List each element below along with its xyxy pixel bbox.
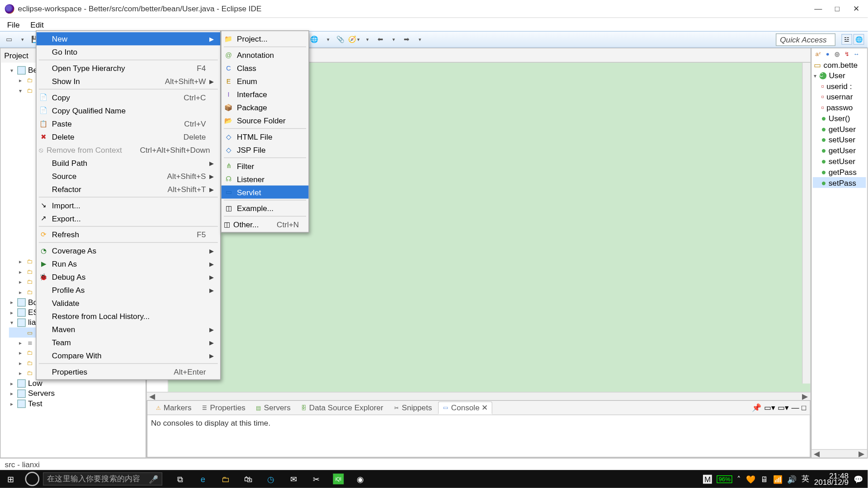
outline-member[interactable]: User() bbox=[829, 113, 850, 122]
back-dd[interactable] bbox=[388, 34, 399, 45]
clock-icon[interactable]: ◷ bbox=[265, 473, 277, 485]
outline-link-icon[interactable]: ↔ bbox=[852, 50, 860, 58]
tray-vol-icon[interactable]: 🔊 bbox=[787, 474, 797, 483]
maximize-button[interactable]: □ bbox=[833, 4, 841, 13]
tray-net-icon[interactable]: 🖥 bbox=[760, 474, 768, 483]
outline-member[interactable]: userid : bbox=[826, 81, 852, 90]
menu-item-annotation[interactable]: @Annotation bbox=[222, 48, 309, 61]
mic-icon[interactable]: 🎤 bbox=[149, 474, 158, 483]
menu-file[interactable]: File bbox=[2, 19, 24, 30]
tree-item[interactable]: Test bbox=[28, 399, 42, 408]
eclipse-taskbar-icon[interactable]: ◉ bbox=[354, 473, 366, 485]
menu-item-project-[interactable]: 📁Project... bbox=[222, 32, 309, 45]
menu-item-interface[interactable]: IInterface bbox=[222, 88, 309, 101]
cortana-icon[interactable] bbox=[25, 472, 39, 486]
menu-item-copy[interactable]: 📄CopyCtrl+C bbox=[37, 91, 221, 104]
menu-item-validate[interactable]: Validate bbox=[37, 296, 221, 310]
browser-dropdown-icon[interactable] bbox=[322, 34, 333, 45]
menu-item-remove-from-context[interactable]: ⦸Remove from ContextCtrl+Alt+Shift+Down bbox=[37, 143, 221, 156]
outline-scrollbar[interactable]: ◀▶ bbox=[811, 449, 867, 457]
menu-item-copy-qualified-name[interactable]: 📄Copy Qualified Name bbox=[37, 104, 221, 117]
ime-box[interactable]: M bbox=[703, 474, 712, 483]
ime-lang[interactable]: 英 bbox=[802, 474, 809, 484]
menu-edit[interactable]: Edit bbox=[26, 19, 49, 30]
outline-member[interactable]: setUser bbox=[829, 135, 855, 144]
outline-hide-icon[interactable]: ● bbox=[824, 50, 832, 58]
outline-member[interactable]: getPass bbox=[829, 167, 857, 176]
outline-member[interactable]: passwo bbox=[826, 103, 853, 112]
outline-collapse-icon[interactable]: ↯ bbox=[843, 50, 851, 58]
tray-wifi-icon[interactable]: 📶 bbox=[773, 474, 783, 483]
console-display-icon[interactable]: ▭▾ bbox=[764, 403, 775, 412]
menu-item-compare-with[interactable]: Compare With▶ bbox=[37, 349, 221, 362]
javaee-perspective-icon[interactable]: 🌐 bbox=[854, 34, 864, 45]
menu-item-listener[interactable]: ☊Listener bbox=[222, 172, 309, 185]
menu-item-filter[interactable]: ⋔Filter bbox=[222, 159, 309, 172]
tree-item[interactable]: Servers bbox=[28, 389, 55, 398]
outline-tree[interactable]: ▭com.bette ▾CUser ▫userid :▫usernar▫pass… bbox=[811, 59, 867, 449]
minimize-button[interactable]: — bbox=[814, 4, 822, 13]
tray-chevron-icon[interactable]: ˄ bbox=[737, 474, 741, 483]
outline-member[interactable]: getUser bbox=[829, 146, 856, 155]
outline-focus-icon[interactable]: ◎ bbox=[833, 50, 841, 58]
menu-item-team[interactable]: Team▶ bbox=[37, 336, 221, 349]
menu-item-paste[interactable]: 📋PasteCtrl+V bbox=[37, 117, 221, 130]
menu-item-jsp-file[interactable]: ◇JSP File bbox=[222, 143, 309, 156]
pin-icon[interactable]: 📎 bbox=[335, 34, 346, 45]
close-button[interactable]: ✕ bbox=[852, 4, 860, 13]
snip-icon[interactable]: ✂ bbox=[310, 473, 322, 485]
menu-item-coverage-as[interactable]: ◔Coverage As▶ bbox=[37, 244, 221, 257]
tab-console[interactable]: ▭Console✕ bbox=[438, 401, 492, 414]
menu-item-show-in[interactable]: Show InAlt+Shift+W▶ bbox=[37, 75, 221, 88]
console-new-icon[interactable]: ▭▾ bbox=[778, 403, 789, 412]
quick-access-input[interactable]: Quick Access bbox=[776, 33, 835, 46]
menu-item-new[interactable]: New▶ bbox=[37, 32, 221, 45]
tab-servers[interactable]: ▤Servers bbox=[251, 402, 294, 413]
outline-member[interactable]: usernar bbox=[826, 92, 853, 101]
menu-item-maven[interactable]: Maven▶ bbox=[37, 323, 221, 336]
menu-item-import-[interactable]: ↘Import... bbox=[37, 199, 221, 212]
menu-item-servlet[interactable]: ▭Servlet bbox=[222, 186, 309, 199]
panel-max-icon[interactable]: □ bbox=[802, 403, 806, 412]
menu-item-debug-as[interactable]: 🐞Debug As▶ bbox=[37, 270, 221, 283]
tab-dse[interactable]: 🗄Data Source Explorer bbox=[297, 402, 387, 413]
new-dropdown-icon[interactable] bbox=[17, 34, 28, 45]
menu-item-enum[interactable]: EEnum bbox=[222, 75, 309, 88]
outline-member[interactable]: setUser bbox=[829, 157, 855, 166]
panel-min-icon[interactable]: — bbox=[792, 403, 799, 412]
editor-horizontal-scrollbar[interactable]: ◀▶ bbox=[147, 392, 811, 400]
menu-item-html-file[interactable]: ◇HTML File bbox=[222, 130, 309, 143]
close-tab-icon[interactable]: ✕ bbox=[481, 403, 488, 412]
iqiyi-icon[interactable]: iQI bbox=[333, 474, 344, 484]
outline-sort-icon[interactable]: aᶻ bbox=[814, 50, 822, 58]
menu-item-package[interactable]: 📦Package bbox=[222, 101, 309, 114]
notifications-icon[interactable]: 💬 bbox=[854, 474, 863, 483]
menu-item-delete[interactable]: ✖DeleteDelete bbox=[37, 130, 221, 143]
menu-item-build-path[interactable]: Build Path▶ bbox=[37, 156, 221, 169]
menu-item-source[interactable]: SourceAlt+Shift+S▶ bbox=[37, 169, 221, 183]
outline-member[interactable]: getUser bbox=[829, 124, 856, 133]
menu-item-open-type-hierarchy[interactable]: Open Type HierarchyF4 bbox=[37, 61, 221, 75]
editor-vertical-scrollbar[interactable] bbox=[802, 63, 810, 384]
menu-item-properties[interactable]: PropertiesAlt+Enter bbox=[37, 365, 221, 378]
menu-item-restore-from-local-history-[interactable]: Restore from Local History... bbox=[37, 310, 221, 323]
menu-item-go-into[interactable]: Go Into bbox=[37, 45, 221, 58]
menu-item-example-[interactable]: ◫Example... bbox=[222, 202, 309, 215]
menu-item-profile-as[interactable]: Profile As▶ bbox=[37, 283, 221, 296]
menu-item-export-[interactable]: ↗Export... bbox=[37, 212, 221, 225]
tray-app1-icon[interactable]: 🧡 bbox=[746, 474, 755, 483]
console-pin-icon[interactable]: 📌 bbox=[752, 403, 761, 412]
menu-item-refactor[interactable]: RefactorAlt+Shift+T▶ bbox=[37, 183, 221, 196]
task-view-icon[interactable]: ⧉ bbox=[174, 473, 186, 485]
explorer-icon[interactable]: 🗀 bbox=[220, 473, 231, 485]
web-browser-icon[interactable]: 🌐 bbox=[309, 34, 320, 45]
clock[interactable]: 21:482018/12/9 bbox=[814, 472, 849, 485]
battery-indicator[interactable]: 96% bbox=[717, 475, 732, 483]
tab-snippets[interactable]: ✂Snippets bbox=[389, 402, 435, 413]
menu-item-class[interactable]: CClass bbox=[222, 61, 309, 75]
open-perspective-icon[interactable]: ☳ bbox=[841, 34, 852, 45]
menu-item-source-folder[interactable]: 📂Source Folder bbox=[222, 114, 309, 127]
menu-item-run-as[interactable]: ▶Run As▶ bbox=[37, 257, 221, 270]
forward-icon[interactable]: ➡ bbox=[401, 34, 412, 45]
forward-dd[interactable] bbox=[414, 34, 425, 45]
